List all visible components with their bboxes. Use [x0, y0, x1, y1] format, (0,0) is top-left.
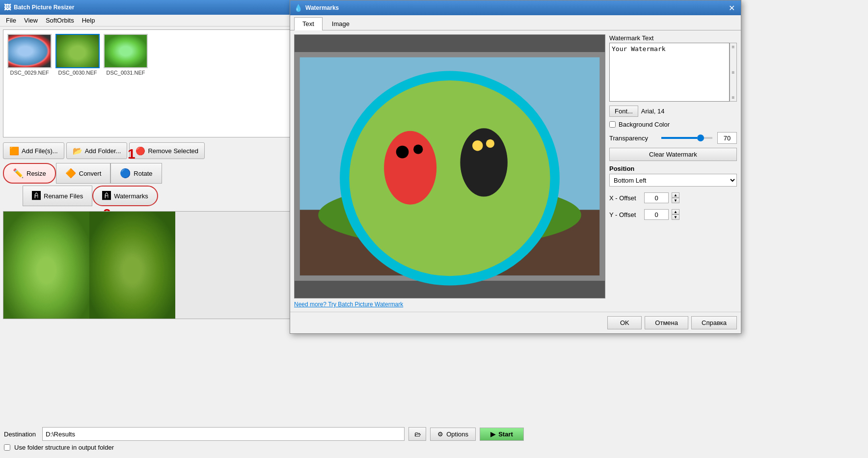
add-files-button[interactable]: 🟧 Add File(s)... [3, 142, 64, 159]
folder-structure-checkbox[interactable] [4, 444, 10, 451]
font-value: Arial, 14 [641, 108, 665, 115]
folder-structure-row: Use folder structure in output folder [4, 444, 524, 451]
dialog-icon: 💧 [294, 4, 302, 12]
y-offset-row: Y - Offset ▲ ▼ [609, 209, 737, 220]
options-label: Options [446, 431, 468, 438]
app-icon: 🖼 [4, 3, 11, 11]
watermarks-label: Watermarks [114, 192, 148, 200]
dialog-right-panel: Watermark Text Your Watermark ≡ ≡ ≡ [609, 34, 737, 308]
remove-icon: 🔴 [136, 146, 145, 156]
svg-point-10 [472, 140, 483, 151]
browse-folder-button[interactable]: 🗁 [408, 427, 426, 441]
menu-softorbits[interactable]: SoftOrbits [42, 16, 78, 25]
x-offset-spinner: ▲ ▼ [672, 192, 679, 203]
add-folder-icon: 📂 [73, 146, 82, 156]
x-offset-row: X - Offset ▲ ▼ [609, 192, 737, 203]
slider-fill [661, 137, 697, 139]
textarea-wrapper: Your Watermark ≡ ≡ ≡ [609, 43, 737, 102]
watermark-text-label: Watermark Text [609, 34, 737, 42]
bg-color-row: Background Color [609, 121, 737, 128]
dialog-title-text: Watermarks [305, 4, 339, 11]
svg-point-11 [486, 139, 494, 148]
rename-icon: 🅰 [32, 191, 41, 201]
scroll-mid-btn: ≡ [732, 70, 735, 75]
cancel-button[interactable]: Отмена [645, 316, 688, 329]
position-select[interactable]: Bottom Left Top Left Top Center Top Righ… [609, 174, 737, 187]
tab-text[interactable]: Text [294, 17, 323, 30]
watermark-text-section: Watermark Text Your Watermark ≡ ≡ ≡ [609, 34, 737, 102]
thumbnail-label-0: DSC_0029.NEF [10, 70, 49, 76]
x-offset-input[interactable] [644, 192, 669, 203]
destination-label: Destination [4, 431, 38, 438]
transparency-input[interactable] [717, 132, 737, 144]
convert-button[interactable]: 🔶 Convert [56, 163, 111, 184]
start-icon: ▶ [490, 431, 495, 438]
start-button[interactable]: ▶ Start [480, 428, 524, 441]
dialog-footer: OK Отмена Справка [290, 312, 741, 333]
gear-icon: ⚙ [437, 431, 443, 438]
add-files-icon: 🟧 [9, 146, 19, 156]
y-offset-input[interactable] [644, 209, 669, 220]
convert-icon: 🔶 [65, 168, 76, 179]
preview-link[interactable]: Need more? Try Batch Picture Watermark [294, 301, 605, 308]
y-offset-label: Y - Offset [609, 211, 641, 218]
watermark-textarea[interactable]: Your Watermark [609, 43, 730, 102]
resize-label: Resize [27, 170, 46, 177]
dialog-tabs: Text Image [290, 15, 741, 30]
bottom-area: Destination 🗁 ⚙ Options ▶ Start Use fold… [0, 423, 528, 458]
slider-thumb [697, 135, 704, 141]
resize-button[interactable]: ✏️ Resize [3, 163, 56, 184]
watermarks-button[interactable]: 🅰 Watermarks [92, 186, 158, 206]
thumbnail-item[interactable]: DSC_0029.NEF [7, 34, 52, 76]
rotate-button[interactable]: 🔵 Rotate [110, 163, 162, 184]
remove-selected-label: Remove Selected [148, 147, 198, 155]
y-offset-up[interactable]: ▲ [672, 209, 679, 215]
destination-input[interactable] [42, 427, 405, 441]
watermarks-icon: 🅰 [102, 191, 111, 201]
scroll-down-btn[interactable]: ≡ [732, 95, 735, 100]
clear-watermark-button[interactable]: Clear Watermark [609, 148, 737, 161]
transparency-row: Transparency [609, 132, 737, 144]
font-row: Font... Arial, 14 [609, 106, 737, 117]
rotate-icon: 🔵 [120, 168, 131, 179]
x-offset-down[interactable]: ▼ [672, 198, 679, 203]
thumbnail-label-2: DSC_0031.NEF [107, 70, 145, 76]
menu-view[interactable]: View [20, 16, 42, 25]
app-title: Batch Picture Resizer [14, 4, 74, 11]
folder-structure-label: Use folder structure in output folder [14, 444, 114, 451]
add-folder-button[interactable]: 📂 Add Folder... [66, 142, 128, 159]
thumbnail-item[interactable]: DSC_0030.NEF [55, 34, 100, 76]
convert-label: Convert [79, 170, 102, 177]
folder-icon: 🗁 [414, 431, 421, 438]
menu-file[interactable]: File [2, 16, 20, 25]
position-label: Position [609, 165, 737, 172]
start-label: Start [498, 431, 513, 438]
x-offset-up[interactable]: ▲ [672, 192, 679, 198]
dialog-close-button[interactable]: ✕ [727, 3, 737, 13]
thumbnail-label-1: DSC_0030.NEF [58, 70, 97, 76]
menu-help[interactable]: Help [78, 16, 99, 25]
rename-files-button[interactable]: 🅰 Rename Files [23, 186, 92, 206]
tab-image[interactable]: Image [324, 17, 358, 30]
svg-point-6 [384, 131, 436, 205]
thumbnail-image [104, 34, 148, 68]
font-button[interactable]: Font... [609, 106, 638, 117]
bg-color-checkbox[interactable] [609, 121, 616, 128]
y-offset-down[interactable]: ▼ [672, 215, 679, 220]
rename-label: Rename Files [44, 192, 83, 200]
help-button[interactable]: Справка [691, 316, 737, 329]
remove-selected-button[interactable]: 🔴 Remove Selected [129, 142, 205, 159]
scroll-up-btn[interactable]: ≡ [732, 44, 735, 50]
x-offset-label: X - Offset [609, 194, 641, 202]
resize-icon: ✏️ [13, 168, 24, 179]
position-section: Position Bottom Left Top Left Top Center… [609, 165, 737, 187]
add-folder-label: Add Folder... [85, 147, 121, 155]
transparency-slider[interactable] [661, 137, 712, 139]
dialog-content: Need more? Try Batch Picture Watermark W… [290, 30, 741, 312]
thumbnail-item[interactable]: DSC_0031.NEF [104, 34, 148, 76]
dialog-title-bar: 💧 Watermarks ✕ [290, 0, 741, 15]
destination-row: Destination 🗁 ⚙ Options ▶ Start [4, 427, 524, 441]
options-button[interactable]: ⚙ Options [430, 428, 476, 441]
app-window: 🖼 Batch Picture Resizer File View SoftOr… [0, 0, 528, 458]
ok-button[interactable]: OK [607, 316, 642, 329]
